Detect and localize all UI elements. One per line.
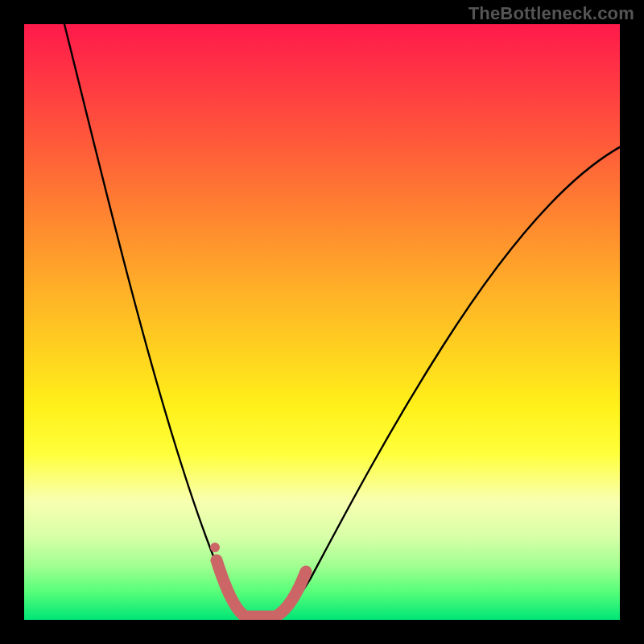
optimal-marker-path bbox=[217, 560, 306, 617]
watermark-text: TheBottleneck.com bbox=[469, 3, 634, 24]
optimal-marker-dot bbox=[210, 543, 220, 552]
chart-frame: TheBottleneck.com bbox=[0, 0, 644, 644]
curve-layer bbox=[24, 24, 620, 620]
bottleneck-curve bbox=[60, 24, 620, 618]
plot-area bbox=[24, 24, 620, 620]
